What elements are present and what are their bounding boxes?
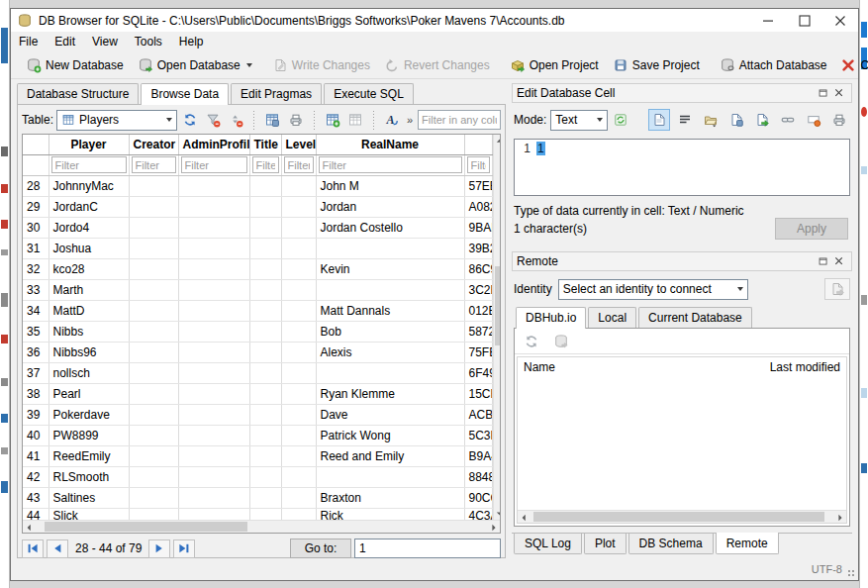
horizontal-scrollbar[interactable] bbox=[23, 520, 500, 533]
float-dock-button[interactable] bbox=[816, 253, 831, 269]
grid-cell[interactable] bbox=[178, 300, 249, 321]
grid-cell[interactable] bbox=[129, 217, 178, 238]
cell-editor[interactable]: 1 1 bbox=[514, 139, 850, 196]
open-in-app-button[interactable] bbox=[751, 109, 773, 131]
row-number[interactable]: 33 bbox=[23, 279, 48, 300]
tab-local[interactable]: Local bbox=[588, 307, 636, 328]
grid-cell[interactable]: Pokerdave bbox=[48, 404, 129, 425]
grid-cell[interactable] bbox=[249, 383, 281, 404]
grid-cell[interactable]: Nibbs bbox=[48, 321, 129, 342]
scroll-up-button[interactable] bbox=[494, 135, 501, 147]
grid-cell[interactable]: kco28 bbox=[48, 258, 129, 279]
grid-cell[interactable]: 8848 bbox=[464, 466, 492, 487]
grid-cell[interactable]: Pearl bbox=[48, 383, 129, 404]
row-number[interactable]: 37 bbox=[23, 362, 48, 383]
tab-edit-pragmas[interactable]: Edit Pragmas bbox=[231, 83, 322, 104]
grid-cell[interactable]: Alexis bbox=[316, 342, 464, 362]
grid-cell[interactable]: 5872 bbox=[464, 321, 492, 342]
close-button[interactable] bbox=[822, 9, 858, 32]
delete-record-button[interactable] bbox=[345, 109, 365, 131]
grid-cell[interactable] bbox=[178, 258, 249, 279]
grid-cell[interactable] bbox=[249, 175, 281, 196]
grid-cell[interactable] bbox=[281, 404, 316, 425]
toolbar-overflow-button[interactable]: » bbox=[405, 114, 415, 126]
grid-cell[interactable] bbox=[249, 342, 281, 362]
grid-cell[interactable] bbox=[178, 487, 249, 508]
grid-cell[interactable]: 012E bbox=[464, 300, 492, 321]
grid-cell[interactable] bbox=[249, 362, 281, 383]
column-filter-input[interactable] bbox=[284, 156, 314, 173]
grid-cell[interactable] bbox=[281, 466, 316, 487]
mode-select[interactable]: Text bbox=[550, 110, 607, 131]
scroll-left-button[interactable] bbox=[23, 521, 36, 534]
tab-plot[interactable]: Plot bbox=[584, 534, 627, 554]
grid-cell[interactable]: B9A4 bbox=[464, 445, 492, 466]
grid-cell[interactable] bbox=[249, 487, 281, 508]
tab-execute-sql[interactable]: Execute SQL bbox=[324, 83, 414, 104]
grid-cell[interactable] bbox=[249, 196, 281, 217]
grid-cell[interactable]: Bob bbox=[316, 321, 464, 342]
grid-cell[interactable] bbox=[129, 300, 178, 321]
grid-cell[interactable] bbox=[178, 238, 249, 258]
grid-cell[interactable] bbox=[178, 362, 249, 383]
column-header[interactable]: Player bbox=[48, 135, 129, 154]
tab-dbhub[interactable]: DBHub.io bbox=[516, 307, 586, 329]
grid-cell[interactable] bbox=[281, 217, 316, 238]
find-replace-button[interactable]: A bbox=[382, 109, 402, 131]
name-column-header[interactable]: Name bbox=[524, 360, 770, 374]
grid-cell[interactable] bbox=[129, 487, 178, 508]
grid-cell[interactable] bbox=[281, 425, 316, 445]
column-filter-input[interactable] bbox=[319, 156, 462, 173]
set-null-button[interactable] bbox=[803, 109, 824, 131]
grid-cell[interactable] bbox=[281, 196, 316, 217]
grid-cell[interactable] bbox=[281, 175, 316, 196]
close-database-button[interactable]: Close Database bbox=[833, 55, 868, 75]
filter-any-column-input[interactable] bbox=[418, 110, 501, 130]
next-page-button[interactable] bbox=[148, 539, 170, 558]
grid-cell[interactable]: Joshua bbox=[48, 238, 129, 258]
grid-cell[interactable] bbox=[129, 238, 178, 258]
grid-cell[interactable] bbox=[316, 238, 464, 258]
encoding-indicator[interactable]: UTF-8 bbox=[812, 563, 842, 575]
grid-cell[interactable] bbox=[249, 300, 281, 321]
column-header[interactable]: AdminProfile bbox=[178, 135, 249, 154]
row-number[interactable]: 29 bbox=[23, 196, 48, 217]
grid-cell[interactable] bbox=[249, 445, 281, 466]
write-changes-button[interactable]: Write Changes bbox=[265, 55, 377, 75]
clear-filters-button[interactable] bbox=[203, 109, 223, 131]
tab-current-database[interactable]: Current Database bbox=[638, 307, 752, 328]
clear-sorting-button[interactable] bbox=[226, 109, 245, 131]
grid-cell[interactable] bbox=[178, 321, 249, 342]
close-dock-button[interactable] bbox=[831, 85, 847, 101]
row-number[interactable]: 35 bbox=[23, 321, 48, 342]
column-filter-input[interactable] bbox=[181, 156, 247, 173]
row-number[interactable]: 32 bbox=[23, 258, 48, 279]
grid-cell[interactable]: PW8899 bbox=[48, 425, 129, 445]
grid-cell[interactable] bbox=[249, 279, 281, 300]
column-filter-input[interactable] bbox=[252, 156, 279, 173]
grid-cell[interactable]: 4C3A bbox=[464, 508, 492, 520]
grid-cell[interactable]: A082 bbox=[464, 196, 492, 217]
grid-cell[interactable]: Rick bbox=[316, 508, 464, 520]
grid-cell[interactable] bbox=[129, 321, 178, 342]
grid-cell[interactable]: Matt Dannals bbox=[316, 300, 464, 321]
apply-button[interactable]: Apply bbox=[775, 218, 848, 240]
row-number[interactable]: 43 bbox=[23, 487, 48, 508]
grid-cell[interactable]: Dave bbox=[316, 404, 464, 425]
grid-cell[interactable] bbox=[281, 279, 316, 300]
row-number[interactable]: 34 bbox=[23, 300, 48, 321]
grid-cell[interactable] bbox=[178, 196, 249, 217]
grid-cell[interactable] bbox=[249, 321, 281, 342]
grid-cell[interactable]: MattD bbox=[48, 300, 129, 321]
cell-value[interactable]: 1 bbox=[536, 142, 545, 155]
scroll-right-button[interactable] bbox=[487, 521, 500, 534]
grid-cell[interactable] bbox=[129, 342, 178, 362]
last-modified-column-header[interactable]: Last modified bbox=[770, 360, 840, 374]
grid-cell[interactable]: 3C2E bbox=[464, 279, 492, 300]
row-number[interactable]: 39 bbox=[23, 404, 48, 425]
grid-cell[interactable]: 75FE bbox=[464, 342, 492, 362]
remote-horizontal-scrollbar[interactable] bbox=[518, 510, 846, 523]
grid-cell[interactable] bbox=[129, 425, 178, 445]
vertical-scroll-thumb[interactable] bbox=[495, 266, 501, 345]
column-header[interactable]: RealName bbox=[316, 135, 464, 154]
